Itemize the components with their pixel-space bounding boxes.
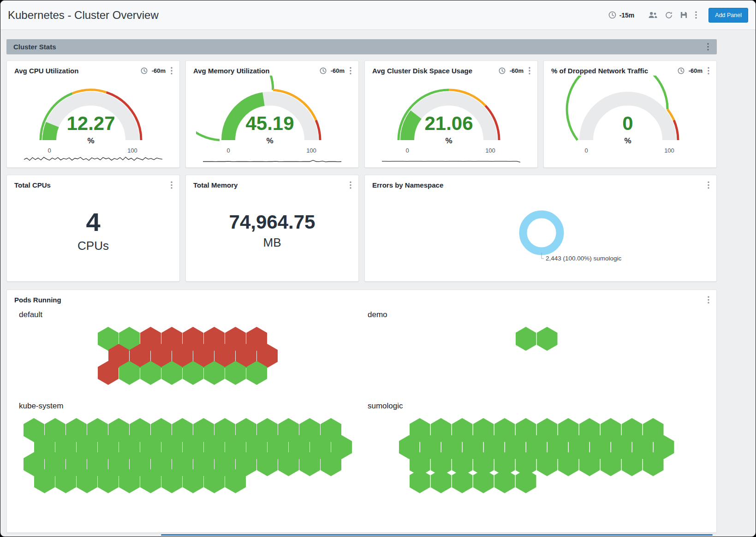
time-range-control[interactable]: -15m [608, 11, 635, 19]
panel-pods-running: Pods Running default demo kube-system [6, 289, 717, 533]
panel-kebab-menu-icon[interactable] [707, 296, 710, 304]
gauge-sparkline [24, 157, 162, 160]
panel-title: Total Memory [193, 181, 238, 189]
panel-dropped-network-traffic: % of Dropped Network Traffic -60m 0%0100 [543, 60, 717, 168]
svg-text:%: % [266, 136, 273, 145]
pod-hex[interactable] [410, 469, 430, 493]
clock-icon [608, 11, 616, 19]
panel-kebab-menu-icon[interactable] [349, 67, 352, 75]
svg-text:100: 100 [485, 147, 495, 154]
panel-kebab-menu-icon[interactable] [528, 67, 531, 75]
namespace-label: kube-system [19, 401, 362, 411]
pod-hex[interactable] [452, 469, 473, 493]
cpu-gauge-chart: 12.27%0100 [7, 76, 179, 164]
pod-hex[interactable] [516, 327, 536, 351]
page-title: Kubernetes - Cluster Overview [8, 9, 159, 22]
panel-time-range[interactable]: -60m [689, 67, 702, 74]
pod-group-demo: demo [362, 306, 711, 385]
honeycomb-kube-system [24, 418, 352, 493]
gauge-value-fill [407, 115, 416, 140]
panel-title: Avg Cluster Disk Space Usage [372, 67, 472, 75]
panel-kebab-menu-icon[interactable] [707, 67, 710, 75]
pod-group-default: default [13, 306, 362, 385]
memory-gauge-chart: 45.19%0100 [186, 76, 358, 164]
panel-avg-memory-utilization: Avg Memory Utilization -60m 45.19%0100 [185, 60, 359, 168]
horizontal-scrollbar[interactable] [161, 534, 713, 536]
gauge-svg: 21.06%0100 [375, 76, 527, 164]
pod-hex[interactable] [537, 327, 558, 351]
panel-kebab-menu-icon[interactable] [170, 181, 173, 189]
honeycomb-demo [516, 327, 558, 351]
total-cpus-value: 4 [86, 209, 100, 236]
stats-row: Total CPUs 4 CPUs Total Memory [6, 175, 717, 282]
donut-slice-label: 2,443 (100.00%) sumologic [546, 255, 622, 262]
namespace-label: default [19, 310, 362, 319]
panel-total-memory: Total Memory 74,964.75 MB [185, 175, 359, 282]
gauge-sparkline [382, 161, 520, 162]
clock-icon [499, 67, 506, 74]
header-kebab-menu-icon[interactable] [695, 11, 697, 19]
panel-title: Pods Running [14, 296, 61, 304]
dashboard-content: Cluster Stats Avg CPU Utilization -60m 1… [0, 30, 756, 533]
header-toolbar: -15m Add Panel [608, 8, 748, 23]
panel-kebab-menu-icon[interactable] [707, 181, 710, 189]
clock-icon [141, 67, 148, 74]
svg-text:0: 0 [226, 147, 230, 154]
svg-text:100: 100 [664, 147, 674, 154]
panel-kebab-menu-icon[interactable] [349, 181, 352, 189]
network-gauge-chart: 0%0100 [544, 76, 716, 164]
svg-text:0: 0 [405, 147, 409, 154]
pod-hex[interactable] [473, 469, 494, 493]
gauge-svg: 12.27%0100 [17, 76, 169, 164]
gauge-sparkline [203, 160, 341, 162]
svg-text:%: % [87, 136, 94, 145]
panel-kebab-menu-icon[interactable] [170, 67, 173, 75]
errors-donut-chart: 2,443 (100.00%) sumologic [365, 189, 716, 274]
section-title: Cluster Stats [13, 43, 56, 51]
refresh-icon[interactable] [665, 12, 673, 19]
donut-segment-sumologic[interactable] [523, 214, 560, 251]
panel-avg-cluster-disk-space-usage: Avg Cluster Disk Space Usage -60m 21.06%… [364, 60, 538, 168]
save-icon[interactable] [680, 12, 687, 18]
gauge-svg: 45.19%0100 [196, 76, 348, 164]
gauge-svg: 0%0100 [554, 76, 706, 164]
time-range-label: -15m [619, 12, 635, 19]
panel-time-range[interactable]: -60m [510, 67, 524, 74]
total-memory-value: 74,964.75 [229, 212, 315, 232]
pod-group-sumologic: sumologic [362, 397, 711, 493]
panel-time-range[interactable]: -60m [331, 67, 345, 74]
svg-text:0: 0 [622, 112, 633, 134]
dashboard-window: Kubernetes - Cluster Overview -15m Add P… [0, 0, 756, 537]
namespace-label: sumologic [368, 401, 711, 411]
disk-gauge-chart: 21.06%0100 [365, 76, 537, 164]
pods-honeycomb-grid: default demo kube-system sumologic [7, 304, 716, 498]
svg-text:100: 100 [127, 147, 137, 154]
panel-title: Errors by Namespace [372, 181, 443, 189]
panel-total-cpus: Total CPUs 4 CPUs [6, 175, 180, 282]
pod-hex[interactable] [494, 469, 515, 493]
dashboard-header: Kubernetes - Cluster Overview -15m Add P… [0, 0, 756, 30]
section-header-cluster-stats[interactable]: Cluster Stats [6, 39, 717, 54]
svg-text:21.06: 21.06 [424, 112, 473, 134]
svg-text:%: % [624, 136, 631, 145]
pod-hex[interactable] [431, 469, 452, 493]
clock-icon [320, 67, 327, 74]
svg-text:100: 100 [306, 147, 316, 154]
gauge-value-fill [49, 124, 53, 140]
add-panel-button[interactable]: Add Panel [708, 8, 748, 23]
panel-title: Avg Memory Utilization [193, 67, 269, 75]
svg-text:12.27: 12.27 [66, 112, 115, 134]
clock-icon [678, 67, 685, 74]
panel-title: Avg CPU Utilization [14, 67, 78, 75]
pod-hex[interactable] [516, 469, 536, 493]
svg-text:%: % [445, 136, 452, 145]
total-memory-unit: MB [263, 236, 281, 250]
panel-time-range[interactable]: -60m [152, 67, 166, 74]
pod-group-kube-system: kube-system [13, 397, 362, 493]
honeycomb-default [98, 327, 278, 385]
gauge-row: Avg CPU Utilization -60m 12.27%0100 Avg … [6, 60, 717, 168]
section-kebab-menu-icon[interactable] [706, 43, 710, 51]
share-users-icon[interactable] [649, 12, 657, 18]
namespace-label: demo [368, 310, 711, 319]
honeycomb-sumologic [399, 418, 674, 493]
